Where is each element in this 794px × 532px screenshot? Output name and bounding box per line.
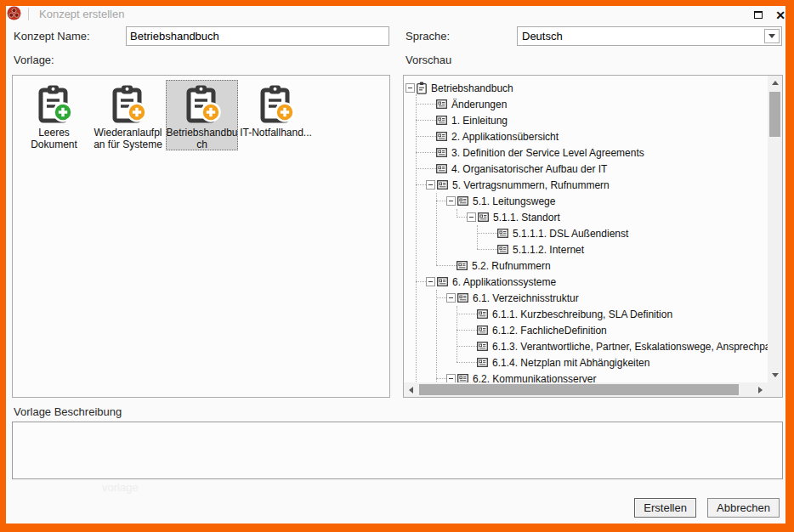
- tree-row[interactable]: 3. Definition der Service Level Agreemen…: [404, 144, 768, 161]
- tree-collapse-toggle[interactable]: [446, 374, 456, 382]
- scroll-left-button[interactable]: [404, 382, 418, 397]
- tree-stub-line: [457, 217, 467, 218]
- chapter-icon: [457, 260, 468, 271]
- vertical-scrollbar[interactable]: [768, 76, 782, 382]
- chapter-icon: [497, 228, 508, 239]
- template-list: Leeres Dokument Wiederanlaufplan für Sys…: [13, 76, 389, 150]
- tree-connector-line: [436, 193, 437, 265]
- concept-name-input[interactable]: [126, 26, 389, 46]
- chapter-icon: [477, 308, 488, 320]
- language-label: Sprache:: [406, 30, 450, 42]
- tree-row[interactable]: 5.1. Leitungswege: [404, 193, 768, 209]
- tree-row[interactable]: 4. Organisatorischer Aufbau der IT: [404, 161, 768, 177]
- tree-stub-line: [416, 120, 436, 121]
- chapter-icon: [436, 99, 447, 110]
- tree-row[interactable]: 6.1.3. Verantwortliche, Partner, Eskalat…: [404, 338, 768, 354]
- tree-stub-line: [436, 265, 457, 266]
- tree-connector-line: [457, 306, 457, 362]
- tree-row[interactable]: 6. Applikationssysteme: [404, 274, 768, 290]
- tree-stub-line: [436, 201, 446, 201]
- clipboard-icon: [417, 82, 427, 94]
- tree-item-label: 2. Applikationsübersicht: [451, 131, 559, 143]
- tree-item-label: 5.1.1.1. DSL Außendienst: [513, 228, 628, 240]
- clipboard-plus-icon: [34, 84, 75, 125]
- preview-section-label: Vorschau: [406, 54, 451, 66]
- tree-stub-line: [457, 314, 477, 314]
- template-item-4[interactable]: IT-Notfallhand...: [240, 80, 312, 150]
- tree-row[interactable]: 6.2. Kommunikationsserver: [404, 371, 768, 382]
- window-title: Konzept erstellen: [39, 8, 124, 20]
- tree-item-label: 5.2. Rufnummern: [472, 260, 551, 272]
- language-value: Deutsch: [518, 30, 764, 42]
- tree-collapse-toggle[interactable]: [446, 196, 456, 206]
- tree-row[interactable]: 5. Vertragsnummern, Rufnummern: [404, 177, 768, 193]
- preview-tree: Betriebshandbuch Änderungen 1. Einleitun…: [404, 76, 768, 382]
- horizontal-scrollbar-thumb[interactable]: [419, 384, 739, 395]
- preview-panel: Betriebshandbuch Änderungen 1. Einleitun…: [403, 75, 783, 398]
- tree-collapse-toggle[interactable]: [406, 83, 415, 93]
- tree-collapse-toggle[interactable]: [426, 180, 435, 190]
- tree-row[interactable]: 5.1.1.1. DSL Außendienst: [404, 225, 768, 241]
- tree-collapse-toggle[interactable]: [467, 212, 476, 222]
- tree-stub-line: [477, 249, 497, 250]
- watermark-text: vorlage: [102, 481, 139, 494]
- language-dropdown[interactable]: Deutsch: [517, 26, 782, 46]
- cancel-button[interactable]: Abbrechen: [707, 498, 780, 518]
- tree-row[interactable]: 5.1.1. Standort: [404, 209, 768, 225]
- arrow-down-icon: [772, 373, 779, 377]
- template-item-label: IT-Notfallhand...: [240, 127, 312, 139]
- tree-connector-line: [457, 209, 457, 218]
- tree-row[interactable]: 5.2. Rufnummern: [404, 258, 768, 274]
- template-item-label: Betriebshandbuch: [166, 127, 238, 150]
- template-item-label: Leeres Dokument: [18, 127, 90, 150]
- chapter-icon: [477, 357, 488, 368]
- app-logo-icon: [7, 6, 21, 20]
- title-separator: [28, 8, 29, 20]
- tree-row[interactable]: Änderungen: [404, 96, 768, 112]
- chapter-icon: [436, 147, 447, 158]
- chapter-icon: [457, 292, 468, 303]
- arrow-left-icon: [409, 387, 413, 393]
- tree-item-label: 1. Einleitung: [451, 115, 508, 127]
- clipboard-plus-icon: [182, 84, 223, 125]
- dropdown-button[interactable]: [764, 29, 780, 43]
- chapter-icon: [478, 212, 489, 223]
- template-item-3[interactable]: Betriebshandbuch: [166, 80, 238, 150]
- scroll-down-button[interactable]: [768, 368, 782, 382]
- tree-item-label: 6. Applikationssysteme: [452, 276, 556, 288]
- tree-row[interactable]: 2. Applikationsübersicht: [404, 128, 768, 144]
- tree-row[interactable]: 6.1. Verzeichnisstruktur: [404, 290, 768, 306]
- tree-collapse-toggle[interactable]: [446, 293, 456, 303]
- vertical-scrollbar-thumb[interactable]: [769, 92, 780, 137]
- tree-collapse-toggle[interactable]: [426, 277, 435, 286]
- tree-row[interactable]: Betriebshandbuch: [404, 80, 768, 96]
- description-box[interactable]: [12, 422, 783, 479]
- tree-row[interactable]: 6.1.4. Netzplan mit Abhängigkeiten: [404, 354, 768, 371]
- tree-row[interactable]: 1. Einleitung: [404, 112, 768, 128]
- chevron-down-icon: [768, 34, 775, 38]
- template-item-1[interactable]: Leeres Dokument: [18, 80, 90, 150]
- tree-stub-line: [436, 378, 446, 379]
- close-button[interactable]: ✕: [772, 7, 789, 23]
- scroll-right-button[interactable]: [753, 382, 768, 397]
- tree-item-label: 6.2. Kommunikationsserver: [473, 373, 596, 383]
- scrollbar-corner: [768, 382, 782, 397]
- tree-item-label: 6.1.4. Netzplan mit Abhängigkeiten: [492, 357, 649, 369]
- scroll-up-button[interactable]: [768, 76, 782, 90]
- tree-row[interactable]: 5.1.1.2. Internet: [404, 241, 768, 258]
- tree-item-label: 6.1.1. Kurzbeschreibung, SLA Definition: [492, 308, 672, 320]
- create-button[interactable]: Erstellen: [634, 498, 696, 518]
- tree-row[interactable]: 6.1.1. Kurzbeschreibung, SLA Definition: [404, 306, 768, 322]
- tree-item-label: 5.1. Leitungswege: [473, 195, 555, 207]
- template-item-2[interactable]: Wiederanlaufplan für Systeme: [92, 80, 164, 150]
- tree-stub-line: [457, 362, 477, 363]
- tree-item-label: 5. Vertragsnummern, Rufnummern: [452, 179, 610, 191]
- tree-row[interactable]: 6.1.2. FachlicheDefinition: [404, 322, 768, 338]
- chapter-icon: [457, 373, 468, 382]
- chapter-icon: [437, 179, 448, 190]
- horizontal-scrollbar[interactable]: [404, 382, 768, 397]
- tree-connector-line: [436, 290, 437, 382]
- maximize-button[interactable]: [750, 7, 767, 23]
- tree-stub-line: [416, 104, 436, 105]
- chapter-icon: [436, 131, 447, 142]
